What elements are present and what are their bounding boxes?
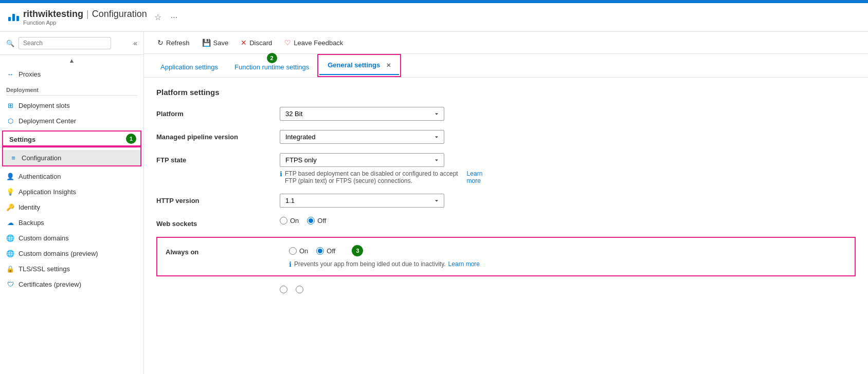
sidebar-item-label: Application Insights <box>19 188 76 196</box>
search-input[interactable] <box>19 37 111 49</box>
sidebar-item-deployment-slots[interactable]: ⊞ Deployment slots <box>0 98 143 113</box>
ftp-info-icon: ℹ <box>280 170 282 178</box>
always-on-label: Always on <box>166 245 279 256</box>
sidebar-item-label: Proxies <box>19 70 41 78</box>
sidebar-item-label: Custom domains <box>19 234 69 242</box>
web-sockets-on-option[interactable]: On <box>280 217 299 225</box>
application-insights-icon: 💡 <box>6 188 14 196</box>
sidebar-item-label: Identity <box>19 203 40 211</box>
sidebar-item-authentication[interactable]: 👤 Authentication <box>0 169 143 184</box>
sidebar: 🔍 « ▲ ↔ Proxies Deployment ⊞ Deployment … <box>0 32 144 374</box>
sidebar-item-label: Deployment Center <box>19 117 76 125</box>
sidebar-item-proxies[interactable]: ↔ Proxies <box>0 66 143 82</box>
always-on-info: ℹ Prevents your app from being idled out… <box>289 260 495 268</box>
http-version-select[interactable]: 1.1 2.0 <box>280 194 444 208</box>
sidebar-item-application-insights[interactable]: 💡 Application Insights <box>0 184 143 199</box>
platform-row: Platform 32 Bit 64 Bit <box>156 107 856 121</box>
refresh-label: Refresh <box>166 39 190 47</box>
logo-bar-1 <box>8 17 11 21</box>
always-on-off-option[interactable]: Off <box>316 247 335 255</box>
tab-label: Function runtime settings <box>234 63 309 71</box>
sidebar-item-label: Certificates (preview) <box>19 280 81 288</box>
logo-bar-3 <box>16 16 19 21</box>
discard-button[interactable]: ✕ Discard <box>236 36 277 49</box>
authentication-icon: 👤 <box>6 172 14 180</box>
ftp-state-row: FTP state FTPS only FTP Disabled ℹ FTP b… <box>156 153 856 184</box>
save-label: Save <box>213 39 229 47</box>
app-subtitle: Function App <box>23 20 147 26</box>
ftp-state-select[interactable]: FTPS only FTP Disabled <box>280 153 444 167</box>
sidebar-item-tls-ssl[interactable]: 🔒 TLS/SSL settings <box>0 261 143 276</box>
sidebar-collapse-button[interactable]: « <box>133 39 137 47</box>
app-name: rithwiktesting <box>23 9 83 20</box>
content-area: ↻ Refresh 💾 Save ✕ Discard ♡ Leave Feedb… <box>144 32 868 374</box>
refresh-button[interactable]: ↻ Refresh <box>152 36 195 49</box>
scroll-up-indicator[interactable]: ▲ <box>0 55 143 66</box>
tab-general-settings[interactable]: General settings ✕ <box>319 56 399 75</box>
tabs-row: Application settings Function runtime se… <box>144 54 868 78</box>
always-on-on-option[interactable]: On <box>289 247 308 255</box>
web-sockets-off-radio[interactable] <box>307 217 315 225</box>
always-on-section: Always on On Off 3 <box>156 237 856 276</box>
sidebar-item-label: Custom domains (preview) <box>19 250 98 257</box>
always-on-on-label: On <box>299 247 308 255</box>
header-separator: | <box>86 9 89 20</box>
platform-select[interactable]: 32 Bit 64 Bit <box>280 107 444 121</box>
partial-on-option[interactable] <box>280 286 287 293</box>
identity-icon: 🔑 <box>6 203 14 211</box>
tab-badge-2: 2 <box>267 53 277 63</box>
certificates-icon: 🛡 <box>6 280 14 288</box>
proxies-icon: ↔ <box>6 70 14 78</box>
always-on-off-label: Off <box>327 247 335 255</box>
feedback-button[interactable]: ♡ Leave Feedback <box>279 36 348 49</box>
web-sockets-control: On Off <box>280 217 485 225</box>
sidebar-item-label: Backups <box>19 219 44 227</box>
always-on-on-radio[interactable] <box>289 247 297 255</box>
always-on-control: On Off 3 ℹ Prevents your app from being … <box>289 245 495 268</box>
web-sockets-on-radio[interactable] <box>280 217 287 225</box>
ftp-info-text: FTP based deployment can be disabled or … <box>285 170 464 184</box>
partial-radio-group <box>280 286 485 293</box>
discard-icon: ✕ <box>241 39 247 47</box>
always-on-info-text: Prevents your app from being idled out d… <box>294 260 446 268</box>
star-icon: ☆ <box>154 13 161 22</box>
sidebar-item-custom-domains[interactable]: 🌐 Custom domains <box>0 230 143 246</box>
partial-off-option[interactable] <box>296 286 303 293</box>
managed-pipeline-label: Managed pipeline version <box>156 130 269 141</box>
sidebar-item-configuration[interactable]: ≡ Configuration <box>3 150 140 165</box>
refresh-icon: ↻ <box>157 39 164 47</box>
sidebar-item-deployment-center[interactable]: ⬡ Deployment Center <box>0 113 143 128</box>
tab-general-settings-highlight: General settings ✕ <box>317 54 401 77</box>
custom-domains-icon: 🌐 <box>6 234 14 242</box>
always-on-learn-more-link[interactable]: Learn more <box>448 260 480 268</box>
web-sockets-radio-group: On Off <box>280 217 485 225</box>
sidebar-item-backups[interactable]: ☁ Backups <box>0 215 143 230</box>
sidebar-item-identity[interactable]: 🔑 Identity <box>0 199 143 215</box>
tls-ssl-icon: 🔒 <box>6 265 14 273</box>
settings-badge: 1 <box>126 134 136 144</box>
settings-section-box: ≡ Configuration <box>2 146 141 166</box>
ftp-state-label: FTP state <box>156 153 269 164</box>
tab-application-settings[interactable]: Application settings <box>152 58 226 77</box>
always-on-off-radio[interactable] <box>316 247 324 255</box>
managed-pipeline-select[interactable]: Integrated Classic <box>280 130 444 144</box>
web-sockets-off-option[interactable]: Off <box>307 217 326 225</box>
sidebar-item-label: Configuration <box>22 154 61 162</box>
star-button[interactable]: ☆ <box>152 10 164 24</box>
custom-domains-preview-icon: 🌐 <box>6 249 14 257</box>
backups-icon: ☁ <box>6 218 14 227</box>
save-button[interactable]: 💾 Save <box>197 36 234 49</box>
more-button[interactable]: ··· <box>169 11 179 24</box>
ftp-learn-more-link[interactable]: Learn more <box>467 170 485 184</box>
sidebar-item-certificates[interactable]: 🛡 Certificates (preview) <box>0 276 143 292</box>
partial-on-radio[interactable] <box>280 286 287 293</box>
sidebar-item-custom-domains-preview[interactable]: 🌐 Custom domains (preview) <box>0 246 143 261</box>
feedback-label: Leave Feedback <box>294 39 343 47</box>
partial-row <box>156 286 856 293</box>
more-icon: ··· <box>171 13 177 22</box>
partial-off-radio[interactable] <box>296 286 303 293</box>
tab-close-icon[interactable]: ✕ <box>386 62 391 68</box>
toolbar: ↻ Refresh 💾 Save ✕ Discard ♡ Leave Feedb… <box>144 32 868 54</box>
settings-section-label: Settings <box>9 136 35 143</box>
platform-control: 32 Bit 64 Bit <box>280 107 485 121</box>
